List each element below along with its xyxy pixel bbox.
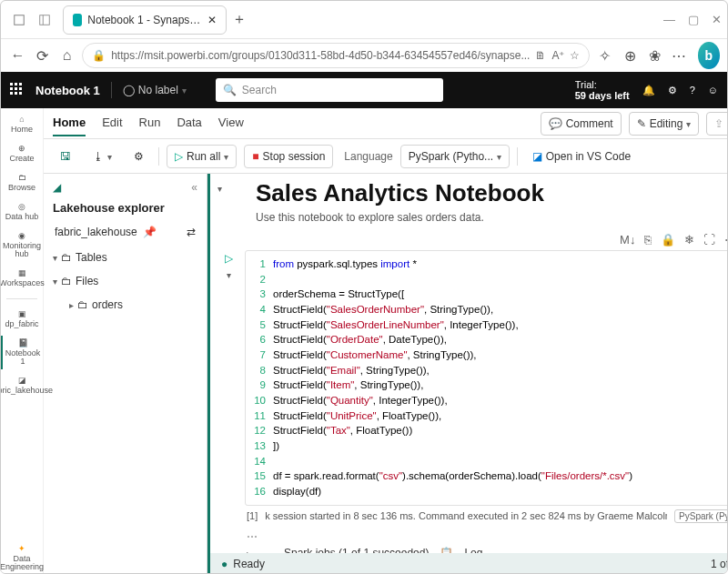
minimize-icon[interactable]: — [663, 13, 675, 26]
cell-toolbar: M↓ ⎘ 🔒 ❄ ⛶ ⋯ 🗑 [210, 227, 728, 250]
tab-data[interactable]: Data [177, 110, 201, 136]
notebook-area: Sales Analytics Notebook Use this notebo… [207, 174, 728, 574]
cell-freeze-icon[interactable]: ❄ [684, 233, 694, 247]
cell-copy-icon[interactable]: ⎘ [644, 233, 652, 247]
nav-browse[interactable]: 🗀Browse [1, 170, 43, 196]
nav-notebook[interactable]: 📓Notebook 1 [1, 336, 43, 369]
lakehouse-icon: ◪ [18, 377, 26, 385]
run-cell-icon[interactable]: ▷ [225, 252, 233, 265]
chevron-down-icon [107, 150, 112, 163]
stop-icon: ■ [252, 150, 258, 163]
reader-icon[interactable]: 🗎 [535, 49, 546, 62]
stop-session-button[interactable]: ■Stop session [244, 145, 333, 168]
extensions-icon[interactable]: ❀ [645, 44, 664, 67]
pin-icon[interactable]: 📌 [143, 226, 157, 238]
nav-monitoring[interactable]: ◉Monitoring hub [1, 228, 43, 262]
tab-home[interactable]: Home [53, 110, 86, 136]
code-cell[interactable]: 1from pyspark.sql.types import *2 3order… [245, 250, 728, 506]
notebook-icon: 📓 [18, 339, 28, 347]
cell-collapse-icon[interactable] [217, 179, 222, 196]
tables-node[interactable]: 🗀Tables [53, 249, 197, 266]
nav-dp-fabric[interactable]: ▣dp_fabric [1, 307, 43, 332]
cell-more-icon[interactable]: ⋯ [724, 233, 728, 247]
folder-icon: 🗀 [61, 275, 72, 287]
open-vscode-button[interactable]: ◪Open in VS Code [525, 145, 638, 168]
close-window-icon[interactable]: ✕ [712, 13, 722, 26]
editing-button[interactable]: ✎Editing [629, 112, 700, 136]
gear-icon: ⚙ [134, 150, 144, 163]
notifications-icon[interactable]: 🔔 [642, 85, 655, 96]
home-icon[interactable]: ⌂ [57, 44, 76, 67]
more-icon[interactable]: ⋯ [670, 44, 689, 67]
new-tab-icon[interactable]: ＋ [227, 7, 252, 33]
trial-status[interactable]: Trial: 59 days left [575, 79, 630, 101]
explorer-title: Lakehouse explorer [53, 201, 197, 215]
close-tab-icon[interactable]: ✕ [207, 14, 217, 26]
datahub-icon: ◎ [18, 203, 25, 211]
ribbon-tabs: Home Edit Run Data View [53, 110, 244, 136]
language-select[interactable]: PySpark (Pytho... [400, 145, 510, 168]
cell-expand-icon[interactable]: ⛶ [703, 233, 715, 247]
save-button[interactable]: 🖫 [53, 145, 78, 168]
feedback-icon[interactable]: ☺ [708, 85, 718, 96]
folder-icon: 🗀 [61, 251, 72, 264]
run-all-button[interactable]: ▷Run all [167, 145, 237, 168]
svg-rect-0 [15, 15, 25, 25]
cell-menu-icon[interactable] [227, 268, 231, 281]
sidebar-icon[interactable] [32, 7, 57, 33]
download-icon: ⭳ [93, 150, 104, 163]
cell-lock-icon[interactable]: 🔒 [661, 233, 675, 247]
chevron-down-icon [686, 117, 691, 130]
lakehouse-explorer: ◢ « Lakehouse explorer fabric_lakehouse … [44, 174, 207, 574]
orders-node[interactable]: 🗀orders [69, 297, 197, 313]
gear-button[interactable]: ⚙ [126, 145, 151, 168]
share-icon: ⇪ [714, 117, 723, 130]
chevron-down-icon [53, 275, 57, 287]
favorites-icon[interactable]: ✧ [595, 44, 614, 67]
cell-count: 1 of 2 cells [711, 558, 728, 570]
nav-lakehouse[interactable]: ◪fabric_lakehouse [1, 373, 43, 398]
tab-view[interactable]: View [218, 110, 244, 136]
chevron-down-icon [224, 150, 228, 163]
search-placeholder: Search [242, 84, 277, 96]
nav-create[interactable]: ⊕Create [1, 141, 43, 166]
nav-datahub[interactable]: ◎Data hub [1, 199, 43, 225]
play-icon: ▷ [175, 150, 183, 163]
nav-persona[interactable]: ✦Data Engineering [1, 541, 43, 574]
collapse-explorer-icon[interactable]: « [191, 181, 197, 194]
text-size-icon[interactable]: A⁺ [551, 49, 564, 62]
settings-icon[interactable]: ⚙ [668, 85, 677, 96]
maximize-icon[interactable]: ▢ [688, 13, 699, 26]
output-more-icon[interactable]: ⋯ [247, 530, 728, 543]
comment-button[interactable]: 💬Comment [541, 112, 622, 136]
app-launcher-icon[interactable] [10, 83, 25, 97]
tab-run[interactable]: Run [139, 110, 161, 136]
pencil-icon: ✎ [637, 117, 646, 130]
share-button[interactable]: ⇪Share [706, 112, 728, 136]
search-box[interactable]: 🔍 Search [216, 78, 443, 102]
bing-button[interactable]: b [698, 42, 720, 69]
address-bar[interactable]: 🔒 https://msit.powerbi.com/groups/0130d3… [82, 43, 590, 68]
back-icon[interactable]: ← [8, 44, 27, 67]
star-icon[interactable]: ☆ [570, 49, 580, 62]
sensitivity-label[interactable]: ◯ No label [123, 84, 187, 96]
markdown-toggle[interactable]: M↓ [620, 233, 635, 247]
files-node[interactable]: 🗀Files [53, 273, 197, 289]
download-button[interactable]: ⭳ [86, 145, 119, 168]
workspace-icon[interactable] [6, 7, 32, 33]
notebook-name[interactable]: Notebook 1 [35, 84, 100, 97]
nav-home[interactable]: ⌂Home [1, 112, 43, 137]
tab-favicon [73, 14, 82, 26]
tab-edit[interactable]: Edit [102, 110, 122, 136]
nav-workspaces[interactable]: ▦Workspaces [1, 266, 43, 291]
browser-tab[interactable]: Notebook 1 - Synapse Data Eng ✕ [63, 5, 227, 35]
status-bar: ● Ready 1 of 2 cells [210, 553, 728, 574]
swap-icon[interactable]: ⇄ [187, 226, 196, 238]
spark-icon: ✦ [18, 545, 25, 553]
help-icon[interactable]: ? [690, 85, 695, 96]
lakehouse-node[interactable]: fabric_lakehouse 📌 ⇄ [53, 222, 197, 242]
refresh-icon[interactable]: ⟳ [33, 44, 52, 67]
create-icon: ⊕ [18, 145, 25, 153]
collections-icon[interactable]: ⊕ [621, 44, 640, 67]
search-icon: 🔍 [223, 84, 237, 96]
